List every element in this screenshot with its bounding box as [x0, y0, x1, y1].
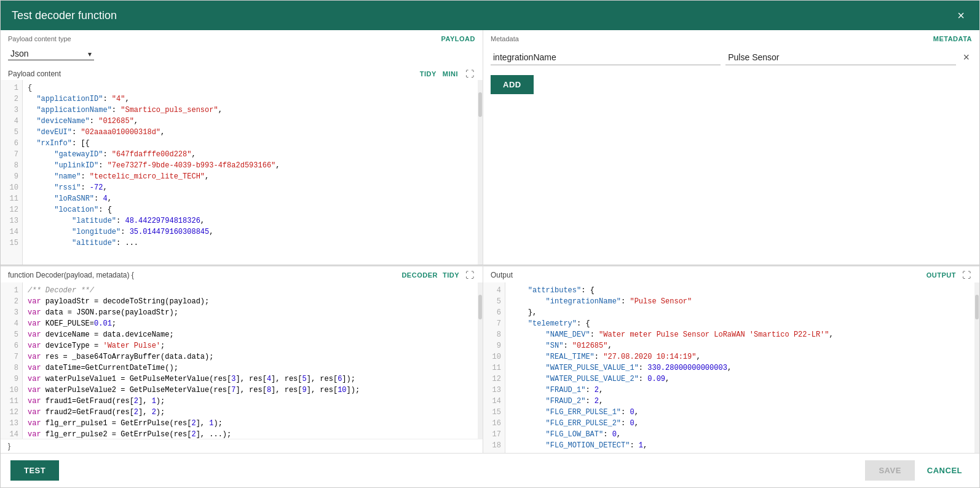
payload-type-select[interactable]: Json Binary String [8, 47, 94, 60]
decoder-button[interactable]: DECODER [401, 271, 438, 279]
payload-scrollbar[interactable] [478, 80, 483, 265]
dialog-title: Test decoder function [12, 9, 117, 22]
tidy-button[interactable]: TIDY [420, 70, 437, 78]
decoder-tidy-button[interactable]: TIDY [443, 271, 459, 279]
dialog-close-button[interactable]: × [954, 8, 968, 23]
payload-code-area: 1 2 3 4 5 6 7 8 9 10 11 12 13 [1, 80, 483, 265]
output-code-content: "attributes": { "integrationName": "Puls… [505, 282, 974, 453]
output-line-numbers: 4 5 6 7 8 9 10 11 12 13 14 15 16 [483, 282, 505, 453]
output-label: Output [491, 271, 513, 279]
payload-code-content[interactable]: { "applicationID": "4", "applicationName… [23, 80, 478, 265]
cancel-button[interactable]: CANCEL [920, 460, 970, 481]
output-button[interactable]: OUTPUT [927, 271, 956, 279]
output-header: Output OUTPUT ⛶ [483, 266, 979, 282]
metadata-button[interactable]: METADATA [933, 35, 972, 42]
dialog-header: Test decoder function × [1, 1, 979, 30]
mini-button[interactable]: MINI [443, 70, 458, 78]
metadata-key-input[interactable] [491, 50, 721, 65]
test-decoder-dialog: Test decoder function × Payload content … [0, 0, 980, 488]
expand-output-button[interactable]: ⛶ [961, 270, 972, 280]
metadata-header: Metadata METADATA [483, 30, 979, 45]
payload-type-header: Payload content type PAYLOAD [1, 30, 483, 45]
decoder-code-area: 1 2 3 4 5 6 7 8 9 10 11 12 13 [1, 282, 483, 439]
output-section: Output OUTPUT ⛶ 4 5 6 7 8 9 [483, 266, 979, 453]
metadata-label: Metadata [491, 35, 519, 42]
decoder-line-numbers: 1 2 3 4 5 6 7 8 9 10 11 12 13 [1, 282, 23, 439]
add-metadata-button[interactable]: ADD [491, 75, 534, 94]
footer-right-actions: SAVE CANCEL [865, 460, 970, 481]
payload-line-numbers: 1 2 3 4 5 6 7 8 9 10 11 12 13 [1, 80, 23, 265]
decoder-function-header: function Decoder(payload, metadata) { DE… [1, 266, 483, 282]
payload-content-text: Payload content [8, 70, 61, 78]
metadata-remove-button[interactable]: × [961, 51, 973, 64]
decoder-function-label: function Decoder(payload, metadata) { [8, 271, 134, 279]
dialog-footer: TEST SAVE CANCEL [1, 453, 979, 487]
test-button[interactable]: TEST [10, 460, 59, 481]
decoder-code-content[interactable]: /** Decoder **/ var payloadStr = decodeT… [23, 282, 478, 439]
output-code-area: 4 5 6 7 8 9 10 11 12 13 14 15 16 [483, 282, 979, 453]
payload-content-actions: TIDY MINI ⛶ [420, 69, 475, 79]
payload-button[interactable]: PAYLOAD [441, 35, 475, 42]
expand-payload-button[interactable]: ⛶ [464, 69, 475, 79]
decoder-section: function Decoder(payload, metadata) { DE… [1, 266, 483, 453]
payload-type-label: Payload content type [8, 35, 71, 42]
output-scrollbar[interactable] [974, 282, 979, 453]
metadata-value-input[interactable] [725, 50, 955, 65]
payload-content-label: Payload content TIDY MINI ⛶ [1, 65, 483, 80]
dialog-body: Payload content type PAYLOAD Json Binary… [1, 30, 979, 453]
metadata-section: Metadata METADATA × ADD [483, 30, 979, 265]
payload-type-row: Json Binary String ▾ [1, 45, 483, 65]
expand-decoder-button[interactable]: ⛶ [464, 270, 475, 280]
payload-section: Payload content type PAYLOAD Json Binary… [1, 30, 483, 265]
decoder-scrollbar[interactable] [478, 282, 483, 439]
decoder-footer-label: } [1, 439, 483, 453]
metadata-inputs-row: × [483, 45, 979, 70]
save-button[interactable]: SAVE [865, 460, 914, 481]
